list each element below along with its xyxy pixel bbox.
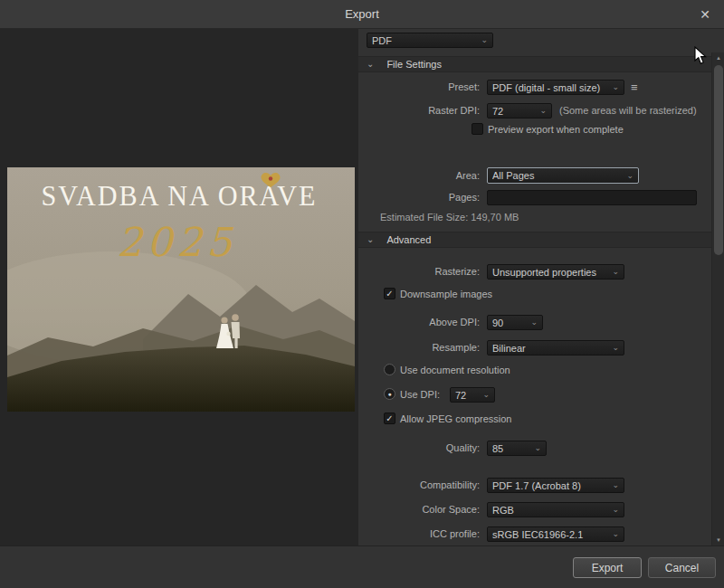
chevron-down-icon: ⌄ [612,268,619,276]
scrollbar-track[interactable]: ▲ ▼ [711,52,724,545]
chevron-down-icon: ⌄ [482,391,490,399]
quality-label: Quality: [358,441,480,456]
titlebar: Export ✕ [0,0,724,29]
estimated-file-size-label: Estimated File Size: [380,212,468,223]
icc-profile-label: ICC profile: [358,526,480,542]
chevron-down-icon: ⌄ [612,344,619,352]
area-label: Area: [358,167,480,184]
pages-label: Pages: [358,190,480,205]
dialog-title: Export [0,0,724,29]
compatibility-value: PDF 1.7 (Acrobat 8) [492,480,608,491]
chevron-down-icon: ⌄ [530,318,538,327]
raster-dpi-dropdown[interactable]: 72 ⌄ [487,103,552,119]
chevron-down-icon: ⌄ [626,172,634,180]
resample-label: Resample: [358,340,480,356]
document-preview-pane: SVADBA NA ORAVE 2025 [0,29,358,545]
use-dpi-value: 72 [455,390,479,401]
raster-dpi-label: Raster DPI: [358,103,480,119]
rasterize-label: Rasterize: [358,264,480,280]
chevron-down-icon: ⌄ [481,36,488,44]
area-dropdown[interactable]: All Pages ⌄ [487,167,639,184]
raster-note: (Some areas will be rasterized) [559,103,697,119]
section-title: File Settings [386,59,442,70]
raster-dpi-value: 72 [492,106,536,117]
chevron-down-icon: ⌄ [612,530,619,538]
chevron-down-icon: ⌄ [539,107,547,115]
scroll-up-icon[interactable]: ▲ [712,55,724,61]
export-dialog: Export ✕ [0,0,724,588]
preset-label: Preset: [358,80,480,95]
export-settings-panel: PDF ⌄ ⌄ File Settings Preset: PDF (digit… [358,29,711,545]
preview-export-label: Preview export when complete [488,124,624,136]
allow-jpeg-compression-label: Allow JPEG compression [400,413,512,425]
color-space-label: Color Space: [358,502,480,517]
chevron-down-icon: ⌄ [534,444,541,452]
chevron-down-icon: ⌄ [612,83,619,91]
scroll-down-icon[interactable]: ▼ [712,537,724,543]
icc-profile-value: sRGB IEC61966-2.1 [492,529,608,540]
icc-profile-dropdown[interactable]: sRGB IEC61966-2.1 ⌄ [487,526,624,542]
rasterize-value: Unsupported properties [492,267,608,278]
quality-dropdown[interactable]: 85 ⌄ [487,441,547,456]
section-title: Advanced [386,234,431,245]
close-icon[interactable]: ✕ [695,0,715,29]
check-icon: ✓ [386,289,393,299]
downsample-images-label: Downsample images [400,289,492,300]
preset-value: PDF (digital - small size) [492,82,608,93]
section-header-advanced[interactable]: ⌄ Advanced [358,232,711,248]
color-space-dropdown[interactable]: RGB ⌄ [487,502,624,517]
chevron-down-icon: ⌄ [367,60,374,69]
radio-dot-icon: ● [387,391,391,397]
use-document-resolution-radio[interactable] [384,364,395,375]
above-dpi-value: 90 [492,318,527,328]
format-value: PDF [372,35,477,46]
quality-value: 85 [492,443,530,454]
resample-value: Bilinear [492,343,608,354]
dialog-footer: Export Cancel [0,545,724,588]
chevron-down-icon: ⌄ [612,481,619,489]
chevron-down-icon: ⌄ [612,506,619,514]
scrollbar-thumb[interactable] [714,65,723,255]
allow-jpeg-compression-checkbox[interactable]: ✓ [384,413,395,424]
estimated-file-size-value: 149,70 MB [471,212,519,223]
export-button[interactable]: Export [573,557,642,578]
resample-dropdown[interactable]: Bilinear ⌄ [487,340,624,356]
preview-title-text: SVADBA NA ORAVE [42,180,318,212]
estimated-file-size: Estimated File Size:149,70 MB [380,212,521,223]
pages-input[interactable] [487,190,697,205]
document-preview-image: SVADBA NA ORAVE 2025 [7,167,355,412]
chevron-down-icon: ⌄ [367,235,374,244]
compatibility-label: Compatibility: [358,478,480,493]
check-icon: ✓ [386,413,393,423]
preset-dropdown[interactable]: PDF (digital - small size) ⌄ [487,80,624,95]
rasterize-dropdown[interactable]: Unsupported properties ⌄ [487,264,624,280]
downsample-images-checkbox[interactable]: ✓ [384,288,395,299]
compatibility-dropdown[interactable]: PDF 1.7 (Acrobat 8) ⌄ [487,478,624,493]
scrollbar: ▲ ▼ [711,29,724,545]
use-dpi-dropdown[interactable]: 72 ⌄ [450,387,495,403]
use-dpi-label: Use DPI: [400,389,440,401]
preview-year-text: 2025 [117,219,236,265]
format-dropdown[interactable]: PDF ⌄ [367,33,493,48]
section-header-file-settings[interactable]: ⌄ File Settings [358,56,711,72]
use-dpi-radio[interactable]: ● [384,388,395,400]
area-value: All Pages [492,170,623,181]
preset-menu-button[interactable]: ≡ [631,80,638,95]
use-document-resolution-label: Use document resolution [400,365,510,376]
above-dpi-dropdown[interactable]: 90 ⌄ [487,315,543,330]
above-dpi-label: Above DPI: [358,315,480,330]
cancel-button[interactable]: Cancel [648,557,716,578]
color-space-value: RGB [492,505,608,516]
preview-export-checkbox[interactable] [472,123,483,135]
